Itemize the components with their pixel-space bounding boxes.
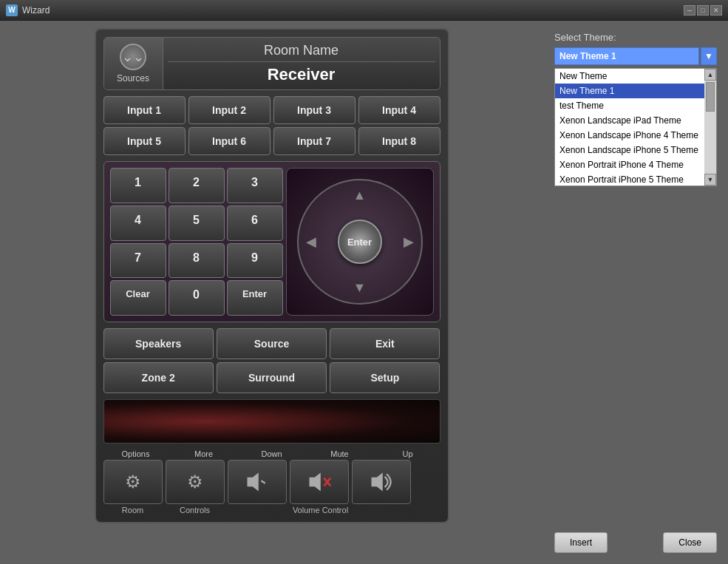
dark-decorative-area — [103, 399, 440, 444]
theme-list-item[interactable]: Xenon Portrait iPhone 5 Theme — [555, 172, 704, 186]
remote-panel: ⌄⌄ Sources Room Name Receiver Input 1 In… — [0, 21, 543, 564]
volume-down-button[interactable] — [228, 460, 287, 504]
app-icon: W — [6, 4, 18, 16]
svg-marker-5 — [371, 472, 382, 491]
scrollbar-thumb[interactable] — [706, 82, 715, 112]
title-bar-controls: ─ □ ✕ — [684, 5, 722, 16]
exit-button[interactable]: Exit — [330, 328, 440, 359]
close-button[interactable]: ✕ — [710, 5, 722, 16]
theme-list-item[interactable]: Xenon Landscape iPad Theme — [555, 113, 704, 128]
input-2-button[interactable]: Input 2 — [188, 96, 271, 124]
scrollbar-track — [704, 81, 716, 174]
room-header: ⌄⌄ Sources Room Name Receiver — [103, 37, 440, 90]
numpad-dpad-area: 1 2 3 4 5 6 7 8 9 Clear 0 Enter ▲ ▼ — [103, 161, 440, 322]
num-7-button[interactable]: 7 — [110, 243, 166, 279]
room-section-label: Room — [103, 506, 163, 514]
down-label: Down — [242, 449, 302, 458]
sources-button[interactable]: ⌄⌄ Sources — [104, 38, 163, 89]
scrollbar-up-button[interactable]: ▲ — [704, 69, 716, 81]
title-bar: W Wizard ─ □ ✕ — [0, 0, 728, 21]
remote-container: ⌄⌄ Sources Room Name Receiver Input 1 In… — [95, 28, 449, 523]
volume-up-icon — [368, 469, 395, 495]
theme-list-item[interactable]: New Theme — [555, 69, 704, 84]
close-button[interactable]: Close — [663, 532, 717, 553]
controls-gear-icon: ⚙ — [187, 472, 203, 492]
room-info: Room Name Receiver — [163, 38, 440, 89]
room-button[interactable]: ⚙ — [103, 460, 163, 504]
theme-dropdown-row: New Theme 1 ▼ — [554, 47, 717, 65]
input-8-button[interactable]: Input 8 — [358, 127, 440, 155]
input-3-button[interactable]: Input 3 — [273, 96, 356, 124]
insert-button[interactable]: Insert — [554, 532, 608, 553]
maximize-button[interactable]: □ — [697, 5, 709, 16]
mute-icon — [306, 469, 333, 495]
title-bar-text: Wizard — [22, 5, 684, 16]
num-2-button[interactable]: 2 — [169, 168, 225, 203]
right-panel: Select Theme: New Theme 1 ▼ New ThemeNew… — [543, 21, 728, 564]
more-label: More — [174, 449, 234, 458]
num-4-button[interactable]: 4 — [110, 205, 166, 241]
theme-selected-display[interactable]: New Theme 1 — [554, 47, 699, 65]
gear-icon: ⚙ — [125, 472, 141, 492]
dpad-left-button[interactable]: ◀ — [306, 234, 316, 250]
sources-label: Sources — [117, 73, 149, 84]
volume-up-button[interactable] — [352, 460, 411, 504]
theme-scrollbar: ▲ ▼ — [704, 69, 716, 186]
zone2-button[interactable]: Zone 2 — [103, 362, 214, 393]
num-1-button[interactable]: 1 — [110, 168, 166, 203]
input-1-button[interactable]: Input 1 — [103, 96, 186, 124]
theme-list: New ThemeNew Theme 1test ThemeXenon Land… — [555, 69, 704, 186]
dpad-down-button[interactable]: ▼ — [353, 280, 367, 296]
dpad-outer: ▲ ▼ ◀ ▶ Enter — [297, 179, 423, 305]
theme-list-item[interactable]: Xenon Landscape iPhone 4 Theme — [555, 128, 704, 143]
scrollbar-down-button[interactable]: ▼ — [704, 174, 716, 186]
main-content: ⌄⌄ Sources Room Name Receiver Input 1 In… — [0, 21, 728, 564]
surround-button[interactable]: Surround — [217, 362, 327, 393]
dpad-container: ▲ ▼ ◀ ▶ Enter — [286, 168, 434, 316]
input-6-button[interactable]: Input 6 — [188, 127, 271, 155]
up-label: Up — [378, 449, 438, 458]
minimize-button[interactable]: ─ — [684, 5, 695, 16]
select-theme-label: Select Theme: — [554, 32, 717, 43]
num-8-button[interactable]: 8 — [169, 243, 225, 279]
num-6-button[interactable]: 6 — [227, 205, 283, 241]
speakers-button[interactable]: Speakers — [103, 328, 214, 359]
controls-button[interactable]: ⚙ — [166, 460, 225, 504]
theme-list-item[interactable]: New Theme 1 — [555, 84, 704, 98]
dpad-right-button[interactable]: ▶ — [404, 234, 414, 250]
theme-list-item[interactable]: Xenon Landscape iPhone 5 Theme — [555, 143, 704, 157]
num-3-button[interactable]: 3 — [227, 168, 283, 203]
mute-label: Mute — [310, 449, 370, 458]
dpad-up-button[interactable]: ▲ — [353, 188, 367, 203]
input-7-button[interactable]: Input 7 — [273, 127, 356, 155]
clear-button[interactable]: Clear — [110, 280, 166, 316]
input-5-button[interactable]: Input 5 — [103, 127, 186, 155]
num-9-button[interactable]: 9 — [227, 243, 283, 279]
inputs-grid: Input 1 Input 2 Input 3 Input 4 Input 5 … — [103, 96, 440, 155]
theme-list-item[interactable]: test Theme — [555, 98, 704, 113]
receiver-name: Receiver — [268, 65, 336, 84]
enter-numpad-button[interactable]: Enter — [227, 280, 283, 316]
setup-button[interactable]: Setup — [330, 362, 440, 393]
dpad-enter-button[interactable]: Enter — [338, 220, 382, 264]
svg-line-1 — [261, 480, 265, 483]
theme-list-container: New ThemeNew Theme 1test ThemeXenon Land… — [554, 68, 717, 186]
bottom-controls-area: Options More Down Mute Up ⚙ ⚙ — [103, 449, 440, 514]
volume-section-label: Volume Control — [228, 506, 414, 514]
room-name: Room Name — [168, 43, 435, 62]
numpad: 1 2 3 4 5 6 7 8 9 Clear 0 Enter — [110, 168, 283, 316]
sources-icon: ⌄⌄ — [120, 44, 146, 70]
volume-down-icon — [244, 469, 271, 495]
num-0-button[interactable]: 0 — [169, 280, 225, 316]
source-button[interactable]: Source — [217, 328, 327, 359]
theme-list-item[interactable]: Xenon Portrait iPhone 4 Theme — [555, 157, 704, 172]
controls-section-label: Controls — [166, 506, 225, 514]
svg-marker-2 — [309, 472, 320, 491]
mute-button[interactable] — [290, 460, 349, 504]
theme-dropdown-button[interactable]: ▼ — [701, 47, 717, 65]
dialog-buttons-row: Insert Close — [554, 525, 717, 553]
options-label: Options — [106, 449, 166, 458]
input-4-button[interactable]: Input 4 — [358, 96, 440, 124]
svg-marker-0 — [247, 472, 258, 491]
num-5-button[interactable]: 5 — [169, 205, 225, 241]
